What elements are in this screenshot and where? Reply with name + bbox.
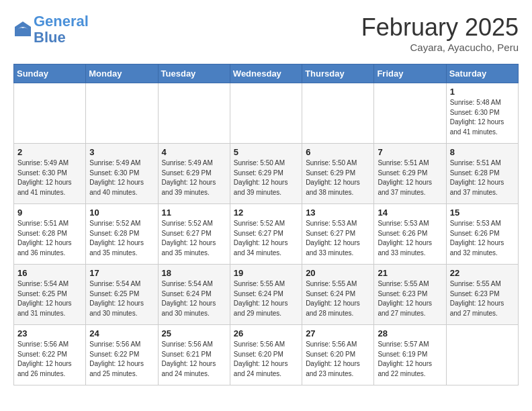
calendar-cell: 7Sunrise: 5:51 AM Sunset: 6:29 PM Daylig… [374,144,446,204]
weekday-friday: Friday [374,64,446,83]
day-number: 17 [89,268,154,278]
calendar-cell: 10Sunrise: 5:52 AM Sunset: 6:28 PM Dayli… [86,204,158,265]
day-info: Sunrise: 5:54 AM Sunset: 6:24 PM Dayligh… [162,279,226,318]
day-info: Sunrise: 5:54 AM Sunset: 6:25 PM Dayligh… [89,279,154,318]
day-number: 2 [17,147,82,157]
logo: GeneralBlue [13,13,89,46]
weekday-wednesday: Wednesday [230,64,302,83]
day-number: 13 [306,208,370,218]
calendar-cell [374,83,446,144]
day-number: 20 [306,268,370,278]
day-number: 7 [378,147,442,157]
day-number: 28 [378,328,442,338]
calendar-cell: 3Sunrise: 5:49 AM Sunset: 6:30 PM Daylig… [86,144,158,204]
calendar-week-4: 16Sunrise: 5:54 AM Sunset: 6:25 PM Dayli… [14,265,519,325]
day-info: Sunrise: 5:56 AM Sunset: 6:22 PM Dayligh… [89,340,154,379]
calendar-week-1: 1Sunrise: 5:48 AM Sunset: 6:30 PM Daylig… [14,83,519,144]
calendar-cell: 2Sunrise: 5:49 AM Sunset: 6:30 PM Daylig… [14,144,86,204]
day-info: Sunrise: 5:55 AM Sunset: 6:23 PM Dayligh… [450,279,515,318]
calendar-cell: 18Sunrise: 5:54 AM Sunset: 6:24 PM Dayli… [158,265,230,325]
calendar-cell: 1Sunrise: 5:48 AM Sunset: 6:30 PM Daylig… [446,83,518,144]
day-info: Sunrise: 5:56 AM Sunset: 6:21 PM Dayligh… [162,340,226,379]
day-info: Sunrise: 5:49 AM Sunset: 6:30 PM Dayligh… [17,158,82,197]
day-info: Sunrise: 5:48 AM Sunset: 6:30 PM Dayligh… [450,98,515,137]
calendar-cell: 4Sunrise: 5:49 AM Sunset: 6:29 PM Daylig… [158,144,230,204]
day-info: Sunrise: 5:56 AM Sunset: 6:22 PM Dayligh… [17,340,82,379]
weekday-header-row: SundayMondayTuesdayWednesdayThursdayFrid… [14,64,519,83]
day-number: 23 [17,328,82,338]
day-number: 27 [306,328,370,338]
page-header: GeneralBlue February 2025 Cayara, Ayacuc… [13,13,519,53]
calendar-cell [158,83,230,144]
day-info: Sunrise: 5:55 AM Sunset: 6:24 PM Dayligh… [234,279,298,318]
day-info: Sunrise: 5:56 AM Sunset: 6:20 PM Dayligh… [306,340,370,379]
calendar-table: SundayMondayTuesdayWednesdayThursdayFrid… [13,64,519,385]
logo-text: GeneralBlue [34,13,89,46]
calendar-body: 1Sunrise: 5:48 AM Sunset: 6:30 PM Daylig… [14,83,519,385]
day-number: 22 [450,268,515,278]
calendar-cell: 5Sunrise: 5:50 AM Sunset: 6:29 PM Daylig… [230,144,302,204]
calendar-cell: 24Sunrise: 5:56 AM Sunset: 6:22 PM Dayli… [86,325,158,385]
day-number: 5 [234,147,298,157]
day-number: 8 [450,147,515,157]
calendar-cell: 28Sunrise: 5:57 AM Sunset: 6:19 PM Dayli… [374,325,446,385]
day-number: 15 [450,208,515,218]
calendar-cell: 9Sunrise: 5:51 AM Sunset: 6:28 PM Daylig… [14,204,86,265]
day-number: 26 [234,328,298,338]
logo-icon [13,20,32,39]
day-number: 10 [89,208,154,218]
day-number: 11 [162,208,226,218]
day-number: 9 [17,208,82,218]
calendar-cell [302,83,374,144]
month-title: February 2025 [361,13,519,42]
weekday-tuesday: Tuesday [158,64,230,83]
calendar-week-2: 2Sunrise: 5:49 AM Sunset: 6:30 PM Daylig… [14,144,519,204]
calendar-cell: 16Sunrise: 5:54 AM Sunset: 6:25 PM Dayli… [14,265,86,325]
calendar-cell: 19Sunrise: 5:55 AM Sunset: 6:24 PM Dayli… [230,265,302,325]
location: Cayara, Ayacucho, Peru [361,42,519,53]
calendar-cell: 11Sunrise: 5:52 AM Sunset: 6:27 PM Dayli… [158,204,230,265]
day-info: Sunrise: 5:54 AM Sunset: 6:25 PM Dayligh… [17,279,82,318]
calendar-cell: 14Sunrise: 5:53 AM Sunset: 6:26 PM Dayli… [374,204,446,265]
day-number: 3 [89,147,154,157]
day-number: 24 [89,328,154,338]
calendar-cell: 8Sunrise: 5:51 AM Sunset: 6:28 PM Daylig… [446,144,518,204]
day-number: 4 [162,147,226,157]
calendar-cell [230,83,302,144]
day-info: Sunrise: 5:56 AM Sunset: 6:20 PM Dayligh… [234,340,298,379]
day-info: Sunrise: 5:50 AM Sunset: 6:29 PM Dayligh… [234,158,298,197]
day-info: Sunrise: 5:51 AM Sunset: 6:28 PM Dayligh… [450,158,515,197]
calendar-cell: 22Sunrise: 5:55 AM Sunset: 6:23 PM Dayli… [446,265,518,325]
day-info: Sunrise: 5:52 AM Sunset: 6:27 PM Dayligh… [234,219,298,258]
calendar-cell: 15Sunrise: 5:53 AM Sunset: 6:26 PM Dayli… [446,204,518,265]
calendar-cell: 13Sunrise: 5:53 AM Sunset: 6:27 PM Dayli… [302,204,374,265]
calendar-cell: 25Sunrise: 5:56 AM Sunset: 6:21 PM Dayli… [158,325,230,385]
calendar-cell: 27Sunrise: 5:56 AM Sunset: 6:20 PM Dayli… [302,325,374,385]
weekday-saturday: Saturday [446,64,518,83]
day-number: 6 [306,147,370,157]
day-info: Sunrise: 5:53 AM Sunset: 6:26 PM Dayligh… [378,219,442,258]
day-info: Sunrise: 5:51 AM Sunset: 6:29 PM Dayligh… [378,158,442,197]
calendar-week-3: 9Sunrise: 5:51 AM Sunset: 6:28 PM Daylig… [14,204,519,265]
calendar-cell: 23Sunrise: 5:56 AM Sunset: 6:22 PM Dayli… [14,325,86,385]
day-info: Sunrise: 5:52 AM Sunset: 6:28 PM Dayligh… [89,219,154,258]
calendar-cell [14,83,86,144]
day-info: Sunrise: 5:52 AM Sunset: 6:27 PM Dayligh… [162,219,226,258]
svg-marker-0 [15,21,31,36]
day-info: Sunrise: 5:55 AM Sunset: 6:24 PM Dayligh… [306,279,370,318]
calendar-cell: 21Sunrise: 5:55 AM Sunset: 6:23 PM Dayli… [374,265,446,325]
day-info: Sunrise: 5:55 AM Sunset: 6:23 PM Dayligh… [378,279,442,318]
day-number: 1 [450,87,515,97]
calendar-cell: 17Sunrise: 5:54 AM Sunset: 6:25 PM Dayli… [86,265,158,325]
day-number: 16 [17,268,82,278]
day-info: Sunrise: 5:53 AM Sunset: 6:27 PM Dayligh… [306,219,370,258]
calendar-cell [446,325,518,385]
calendar-cell: 12Sunrise: 5:52 AM Sunset: 6:27 PM Dayli… [230,204,302,265]
weekday-sunday: Sunday [14,64,86,83]
calendar-cell: 20Sunrise: 5:55 AM Sunset: 6:24 PM Dayli… [302,265,374,325]
title-block: February 2025 Cayara, Ayacucho, Peru [361,13,519,53]
day-info: Sunrise: 5:57 AM Sunset: 6:19 PM Dayligh… [378,340,442,379]
calendar-cell: 6Sunrise: 5:50 AM Sunset: 6:29 PM Daylig… [302,144,374,204]
day-number: 19 [234,268,298,278]
calendar-cell: 26Sunrise: 5:56 AM Sunset: 6:20 PM Dayli… [230,325,302,385]
